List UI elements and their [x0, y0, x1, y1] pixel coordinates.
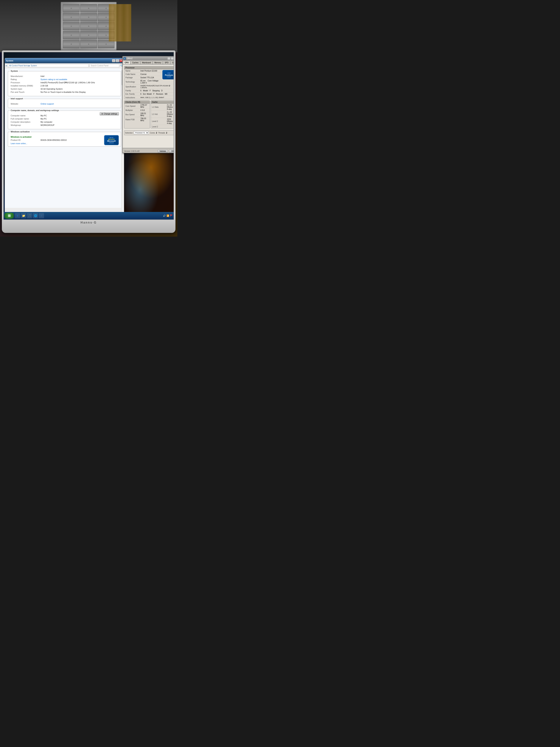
bus-speed-label: Bus Speed: [126, 113, 140, 115]
cpuz-title: CPU-Z: [127, 57, 133, 59]
drive-bay-10: [63, 31, 80, 39]
genuine-badge: ask for genuine Microsoft software: [104, 135, 119, 145]
system-type-label: System type:: [11, 88, 41, 90]
system-window-title: System: [6, 59, 112, 62]
website-row: Website: Online support: [11, 103, 118, 105]
cpu-name-row: Name Intel Pentium E2160: [124, 69, 162, 73]
change-settings-label: Change settings: [104, 113, 117, 115]
ie-icon: e: [17, 214, 18, 217]
l1-inst-value: 2 x 32 KBytes 8-way: [167, 111, 174, 117]
taskbar-folder-icon[interactable]: 📁: [21, 213, 26, 218]
bus-speed-value: 199.51 MHz: [140, 112, 149, 117]
tab-caches[interactable]: Caches: [131, 61, 140, 64]
breadcrumb-path[interactable]: All Control Panel Items ▶ System: [8, 64, 89, 67]
microsoft-label: Microsoft: [107, 140, 116, 142]
cpu-codename-value: Conroe: [140, 73, 161, 75]
drive-bay-14: [80, 40, 97, 48]
minimize-button[interactable]: −: [112, 59, 115, 62]
l1-data-value: 2 x 32 KBytes 8-way: [167, 104, 174, 110]
intel-support-section: Intel support Website: Online support: [8, 99, 121, 108]
bus-speed-row: Bus Speed 199.51 MHz: [124, 112, 150, 117]
network-tray-icon[interactable]: 📶: [166, 214, 169, 217]
tab-memory[interactable]: Memory: [153, 61, 163, 64]
processor-value: Intel(R) Pentium(R) Dual CPU E2160 @ 1.8…: [41, 81, 95, 84]
cpu-ext-family-row: Ext. Family 6 Ext. Model F Revision M0: [124, 93, 174, 96]
processor-label: Processor:: [11, 81, 41, 84]
activated-row: Windows is activated: [11, 136, 118, 138]
manufacturer-label: Manufacturer:: [11, 75, 41, 77]
full-computer-name-label: Full computer name:: [11, 118, 41, 120]
l1-data-row: L1 Data 2 x 32 KBytes 8-way: [151, 104, 174, 111]
taskbar-cpuz-icon[interactable]: Z: [39, 213, 44, 218]
processor-section: Processor intel Pentium inside® Name Int…: [124, 66, 174, 99]
flag-icon[interactable]: 🚩: [170, 214, 173, 217]
cpu-spec-label: Specification: [126, 86, 140, 88]
tab-graphics[interactable]: Graphics: [170, 61, 174, 64]
software-label: software: [109, 142, 114, 144]
computer-desc-label: Computer description:: [11, 121, 41, 123]
cpu-instructions-label: Instructions: [126, 97, 140, 99]
computer-desc-row: Computer description: My computer: [11, 121, 118, 123]
tab-spd[interactable]: SPD: [163, 61, 170, 64]
change-settings-button[interactable]: ⚙ Change settings: [100, 112, 119, 115]
taskbar-ie-icon[interactable]: e: [15, 213, 20, 218]
start-button[interactable]: ⊞: [4, 213, 14, 219]
maximize-button[interactable]: □: [116, 59, 119, 62]
computer-name-title: Computer name, domain, and workgroup set…: [10, 109, 60, 111]
intel-pentium-logo: intel Pentium inside®: [162, 70, 174, 79]
l1-data-label: L1 Data: [152, 106, 167, 108]
threads-label: Threads: [158, 132, 165, 134]
website-value[interactable]: Online support: [41, 103, 54, 105]
window-content: intel Core i7 inside System Manufacturer…: [5, 68, 124, 208]
cpuz-titlebar: Z CPU-Z − □ ✕: [123, 56, 174, 60]
clocks-section: Clocks (Core #0) Core Speed 1795.57 MHz …: [124, 101, 150, 128]
activated-value: Windows is activated: [11, 136, 31, 138]
clocks-cache-container: Clocks (Core #0) Core Speed 1795.57 MHz …: [124, 101, 174, 130]
rated-fsb-row: Rated FSB 798.03 MHz: [124, 117, 150, 122]
core-speed-label: Core Speed: [126, 105, 140, 107]
rating-label: Rating:: [11, 78, 41, 80]
intel-brand-text: intel: [167, 72, 170, 74]
level2-value: 1024 KBytes 4-way: [167, 118, 174, 124]
system-section: System Manufacturer: Intel Rating: Syste…: [8, 71, 121, 96]
cache-section-title: Cache: [151, 101, 174, 104]
cpuz-maximize-btn[interactable]: □: [171, 57, 174, 60]
media-icon: 🎵: [28, 214, 31, 217]
genuine-ask-label: ask for: [109, 137, 113, 138]
volume-icon[interactable]: 🔊: [163, 214, 166, 217]
tab-mainboard[interactable]: Mainboard: [140, 61, 153, 64]
cpuz-content: Processor intel Pentium inside® Name Int…: [123, 65, 174, 148]
rating-value[interactable]: System rating is not available: [41, 78, 67, 80]
search-box[interactable]: Search Control Panel: [89, 64, 119, 67]
cores-threads-row: Selection Processor #1 Cores 2 Threads 2: [124, 130, 174, 135]
product-id-row: Product ID: 00426-OEM-8992662-00010: [11, 139, 118, 141]
computer-desc-value: My computer: [41, 121, 52, 123]
taskbar-network-icon[interactable]: 🌐: [33, 213, 38, 218]
monitor-brand: Hanns·G: [3, 221, 174, 224]
computer-name-section: Computer name, domain, and workgroup set…: [8, 110, 121, 129]
cores-value: 2: [156, 132, 157, 134]
multiplier-value: X 9.0: [140, 109, 149, 111]
screen-desktop: System − □ ✕ ⊞ All Control Panel Items ▶…: [4, 52, 174, 220]
validate-button[interactable]: Validate: [158, 150, 168, 153]
taskbar: ⊞ e 📁 🎵 🌐 Z 🔊 📶: [4, 212, 174, 220]
cpuz-footer: Version 1.62.0.x32 Validate OK: [123, 148, 174, 153]
folder-icon: 📁: [22, 214, 25, 217]
ok-button[interactable]: OK: [169, 150, 174, 153]
manufacturer-row: Manufacturer: Intel: [11, 75, 102, 77]
cpu-spec-row: Specification Intel(R) Pentium(R) Dual C…: [124, 84, 174, 89]
cpu-ext-family-value: 6 Ext. Model F Revision M0: [140, 93, 174, 95]
full-computer-name-value: My-PC: [41, 118, 47, 120]
tab-cpu[interactable]: CPU: [123, 61, 130, 64]
windows-activation-section: Windows activation ask for genuine Micro…: [8, 132, 121, 147]
breadcrumb-icon: ⊞: [6, 65, 7, 67]
learn-more-link[interactable]: Learn more online...: [11, 143, 27, 145]
drive-bay-4: [63, 13, 80, 21]
cpuz-tabs: CPU Caches Mainboard Memory SPD Graphics…: [123, 60, 174, 65]
taskbar-media-icon[interactable]: 🎵: [27, 213, 32, 218]
cpuz-minimize-btn[interactable]: −: [167, 57, 170, 60]
cpu-family-value: 6 Model F Stepping D: [140, 89, 174, 92]
workgroup-label: Workgroup:: [11, 124, 41, 126]
selection-dropdown[interactable]: Processor #1: [134, 131, 149, 134]
monitor-screen: System − □ ✕ ⊞ All Control Panel Items ▶…: [3, 52, 174, 220]
